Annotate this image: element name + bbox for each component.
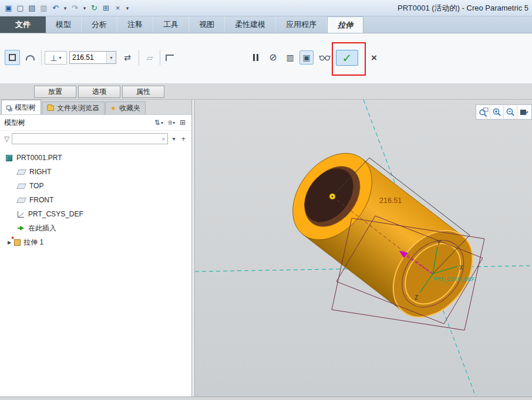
regenerate-icon[interactable]: ↻ — [89, 2, 99, 14]
in-graphics-toolbar — [476, 104, 532, 120]
attached-preview-button[interactable]: ▣ — [299, 50, 314, 65]
flip-arrows-icon: ⇄ — [124, 53, 131, 62]
refit-button[interactable] — [517, 106, 531, 118]
tree-item-extrude-1[interactable]: ▶ 拉伸 1 — [0, 235, 191, 249]
chevron-down-icon: ▾ — [110, 55, 112, 60]
chevron-down-icon: ▾ — [59, 55, 62, 60]
tab-analysis[interactable]: 分析 — [82, 16, 117, 33]
tree-item-right[interactable]: RIGHT — [0, 165, 191, 179]
chevron-down-icon: ▾ — [173, 120, 175, 126]
tab-model[interactable]: 模型 — [46, 16, 82, 33]
depth-value-dropdown[interactable]: ▾ — [106, 52, 116, 63]
datum-plane-icon — [16, 198, 26, 203]
tab-folder-browser[interactable]: 文件夹浏览器 — [42, 101, 105, 114]
axis-y-label: Y — [437, 239, 441, 246]
no-preview-button[interactable]: ⊘ — [265, 50, 281, 65]
window-switch-icon[interactable]: ⊞ — [101, 2, 111, 14]
tree-item-part-root[interactable]: PRT0001.PRT — [0, 151, 191, 165]
glasses-icon — [319, 54, 331, 61]
depth-option-button[interactable]: ⊥ ▾ — [45, 51, 67, 65]
tree-item-label: PRT0001.PRT — [16, 154, 62, 162]
tree-filters-button[interactable]: ⇅ ▾ — [153, 117, 165, 128]
thicken-sketch-button[interactable] — [162, 50, 177, 65]
tab-view[interactable]: 视图 — [189, 16, 225, 33]
funnel-icon: ▽ — [4, 135, 9, 143]
tab-label: 文件夹浏览器 — [57, 103, 99, 113]
undo-dropdown-icon[interactable]: ▾ — [62, 2, 68, 14]
model-tree-header: 模型树 ⇅ ▾ ≡ ▾ ⊞ — [0, 115, 191, 131]
tab-model-tree[interactable]: 模型树 — [1, 100, 41, 114]
extrude-preview-cylinder[interactable] — [277, 138, 489, 332]
dashboard-panel-tabs: 放置 选项 属性 — [0, 84, 532, 100]
tab-annotate[interactable]: 注释 — [117, 16, 153, 33]
tab-flexible-modeling[interactable]: 柔性建模 — [225, 16, 276, 33]
tab-applications[interactable]: 应用程序 — [276, 16, 327, 33]
tab-properties[interactable]: 属性 — [122, 86, 164, 98]
material-preview-button[interactable]: ▥ — [282, 50, 298, 65]
zoom-window-button[interactable] — [477, 106, 490, 118]
depth-value-input[interactable] — [70, 52, 106, 63]
tree-item-label: FRONT — [29, 196, 53, 204]
tree-item-top[interactable]: TOP — [0, 179, 191, 193]
add-filter-icon[interactable]: + — [179, 134, 187, 144]
tab-options[interactable]: 选项 — [78, 86, 120, 98]
cancel-button[interactable]: × — [366, 50, 382, 66]
remove-material-button[interactable]: ▱ — [142, 50, 157, 65]
search-dropdown-icon[interactable]: ▾ — [170, 135, 177, 143]
checkmark-icon: ✓ — [342, 52, 352, 64]
star-icon: ★ — [110, 105, 116, 111]
undo-icon[interactable]: ↶ — [50, 2, 60, 14]
folder-icon — [47, 106, 54, 111]
close-window-icon[interactable]: × — [113, 2, 123, 14]
pause-button[interactable] — [248, 50, 263, 65]
datum-plane-icon — [16, 184, 26, 189]
tab-label: 收藏夹 — [119, 103, 140, 113]
blind-depth-icon: ⊥ — [50, 54, 57, 62]
graphics-area[interactable]: 216.51 X Y Z PRT_CSYS_DEF — [195, 100, 532, 396]
zoom-out-button[interactable] — [504, 106, 517, 118]
tree-item-insert-here[interactable]: 在此插入 — [0, 221, 191, 235]
redo-icon[interactable]: ↷ — [70, 2, 80, 14]
axis-x-label: X — [459, 265, 463, 271]
customize-toolbar-icon[interactable]: ▾ — [124, 2, 130, 14]
tab-label: 模型树 — [15, 103, 36, 113]
model-scene: 216.51 X Y Z PRT_CSYS_DEF — [195, 100, 532, 396]
flip-direction-button[interactable]: ⇄ — [120, 50, 135, 65]
clear-search-icon[interactable]: × — [161, 135, 165, 143]
tree-display-button[interactable]: ≡ ▾ — [166, 117, 177, 128]
open-file-icon[interactable]: ▢ — [15, 2, 25, 14]
tree-columns-button[interactable]: ⊞ — [178, 117, 187, 128]
extrude-feature-icon — [14, 239, 21, 246]
tree-item-label: TOP — [29, 182, 43, 190]
tab-file[interactable]: 文件 — [0, 16, 46, 33]
tab-placement[interactable]: 放置 — [34, 86, 76, 98]
tab-tools[interactable]: 工具 — [153, 16, 189, 33]
redo-dropdown-icon[interactable]: ▾ — [82, 2, 87, 14]
csys-name-label: PRT_CSYS_DEF — [433, 276, 475, 282]
title-bar: ▣ ▢ ▤ ▥ ↶ ▾ ↷ ▾ ↻ ⊞ × ▾ PRT0001 (活动的) - … — [0, 0, 532, 16]
surface-type-button[interactable] — [22, 50, 38, 65]
status-strip — [0, 396, 532, 400]
confirm-button[interactable]: ✓ — [336, 50, 358, 66]
new-file-icon[interactable]: ▣ — [4, 2, 14, 14]
window-title: PRT0001 (活动的) - Creo Parametric 5 — [130, 3, 528, 13]
list-icon: ≡ — [168, 118, 172, 127]
tree-item-csys[interactable]: PRT_CSYS_DEF — [0, 207, 191, 221]
tab-favorites[interactable]: ★ 收藏夹 — [105, 101, 146, 114]
save-icon[interactable]: ▤ — [27, 2, 37, 14]
axis-z-label: Z — [415, 294, 418, 301]
zoom-in-button[interactable] — [490, 106, 504, 118]
attached-preview-icon: ▣ — [302, 53, 310, 62]
verify-feature-button[interactable] — [317, 50, 332, 65]
tree-item-front[interactable]: FRONT — [0, 193, 191, 207]
depth-value-combo: ▾ — [69, 51, 116, 64]
chevron-down-icon: ▾ — [161, 120, 163, 126]
model-tree: PRT0001.PRT RIGHT TOP FRONT PRT_CSYS_DEF — [0, 147, 191, 396]
thicken-icon — [166, 55, 174, 61]
tab-extrude-active[interactable]: 拉伸 — [327, 16, 363, 33]
tree-search-input[interactable] — [15, 134, 161, 144]
solid-type-button[interactable] — [5, 50, 20, 65]
print-icon[interactable]: ▥ — [39, 2, 49, 14]
depth-dimension-text[interactable]: 216.51 — [379, 196, 402, 205]
pause-icon — [253, 54, 258, 61]
